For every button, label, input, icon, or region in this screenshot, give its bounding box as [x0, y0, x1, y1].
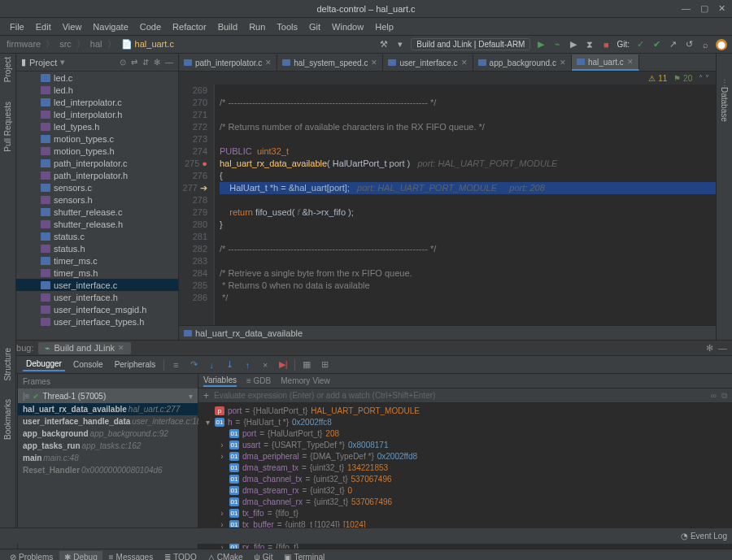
history-icon[interactable]: ↺	[683, 39, 695, 50]
menu-edit[interactable]: Edit	[31, 20, 56, 33]
minimize-icon[interactable]: —	[682, 3, 691, 14]
console-tab[interactable]: Console	[70, 358, 107, 371]
var-usart[interactable]: ›01 usart = {USART_TypeDef *} 0x8008171	[198, 439, 732, 450]
git-push-icon[interactable]: ↗	[667, 39, 678, 50]
run-config-selector[interactable]: Build and JLink | Default-ARM	[411, 38, 530, 50]
frame-main[interactable]: main main.c:48	[18, 452, 198, 464]
var-dma_stream_rx[interactable]: 01 dma_stream_rx = {uint32_t} 0	[198, 484, 732, 496]
peripherals-tab[interactable]: Peripherals	[111, 358, 159, 371]
file-timer_ms.h[interactable]: timer_ms.h	[16, 267, 178, 279]
stop-icon[interactable]: ■	[600, 39, 612, 50]
watch-input[interactable]: Evaluate expression (Enter) or add a wat…	[214, 391, 706, 400]
var-dma_peripheral[interactable]: ›01 dma_peripheral = {DMA_TypeDef *} 0x2…	[198, 450, 732, 462]
debug-icon[interactable]: ⌁	[551, 39, 563, 50]
step-over-icon[interactable]: ↷	[187, 359, 200, 370]
profile-icon[interactable]: ⧗	[584, 39, 595, 50]
breadcrumb-hal[interactable]: hal	[89, 39, 104, 49]
event-log-tab[interactable]: ◔ Event Log	[681, 532, 727, 540]
editor-code[interactable]: /* -------------------------------------…	[215, 85, 716, 325]
close-tab-icon[interactable]: ✕	[371, 59, 377, 67]
tab-hal_uart.c[interactable]: hal_uart.c✕	[572, 54, 639, 71]
force-step-icon[interactable]: ⤓	[223, 359, 236, 370]
tool-structure[interactable]: Structure	[3, 348, 12, 381]
dropdown-icon[interactable]: ▾	[394, 39, 406, 50]
evaluate-icon[interactable]: ▦	[300, 359, 313, 370]
expand-icon[interactable]: ⇄	[131, 58, 137, 67]
disclosure-icon[interactable]: ›	[218, 509, 226, 518]
project-view-dropdown-icon[interactable]: ▾	[60, 57, 65, 67]
menu-build[interactable]: Build	[213, 20, 242, 33]
file-user_interface_types.h[interactable]: user_interface_types.h	[16, 315, 178, 328]
step-out-icon[interactable]: ↑	[241, 360, 254, 370]
breadcrumb-src[interactable]: src	[58, 39, 73, 49]
locate-icon[interactable]: ⊙	[120, 58, 126, 67]
file-timer_ms.c[interactable]: timer_ms.c	[16, 254, 178, 267]
hide-icon[interactable]: —	[165, 58, 173, 67]
chevron-up-down-icon[interactable]: ˄ ˅	[699, 74, 709, 83]
breadcrumb-firmware[interactable]: firmware	[5, 39, 42, 49]
var-port[interactable]: p port = {HalUartPort_t} HAL_UART_PORT_M…	[198, 405, 732, 416]
bottom-tab-messages[interactable]: ≡Messages	[104, 551, 158, 560]
tool-settings-icon[interactable]: ✻	[706, 343, 713, 354]
file-shutter_release.h[interactable]: shutter_release.h	[16, 218, 178, 230]
file-led_interpolator.c[interactable]: led_interpolator.c	[16, 96, 178, 108]
threads-icon[interactable]: ≡	[169, 360, 182, 370]
thread-selector[interactable]: |≡ ✔ Thread-1 (57005) ▾	[18, 389, 198, 403]
file-path_interpolator.c[interactable]: path_interpolator.c	[16, 157, 178, 169]
step-into-icon[interactable]: ↓	[205, 360, 218, 370]
close-tab-icon[interactable]: ✕	[560, 59, 566, 67]
file-led_types.h[interactable]: led_types.h	[16, 120, 178, 132]
var-dma_channel_rx[interactable]: 01 dma_channel_rx = {uint32_t} 537067496	[198, 496, 732, 507]
var-port[interactable]: 01 port = {HalUartPort_t} 208	[198, 428, 732, 439]
gear-icon[interactable]: ✻	[154, 58, 160, 67]
frame-app_tasks_run[interactable]: app_tasks_run app_tasks.c:162	[18, 440, 198, 452]
bottom-tab-debug[interactable]: ✱Debug	[59, 551, 102, 560]
bottom-tab-problems[interactable]: ⊘Problems	[5, 551, 58, 560]
weak-warning-count[interactable]: ⚑ 20	[673, 74, 692, 83]
bottom-tab-cmake[interactable]: △CMake	[203, 551, 248, 560]
close-tab-icon[interactable]: ✕	[627, 58, 634, 66]
var-h[interactable]: ▾01 h = {HalUart_t *} 0x2002ffc8	[198, 416, 732, 428]
tool-project[interactable]: Project	[3, 57, 12, 82]
bottom-tab-terminal[interactable]: ▣Terminal	[279, 551, 329, 560]
close-icon[interactable]: ✕	[718, 3, 725, 14]
hammer-icon[interactable]: ⚒	[378, 39, 390, 50]
file-led.c[interactable]: led.c	[16, 72, 178, 84]
git-update-icon[interactable]: ✓	[634, 39, 646, 50]
bottom-tab-git[interactable]: ψGit	[250, 551, 278, 560]
frame-app_background[interactable]: app_background app_background.c:92	[18, 428, 198, 440]
project-tree[interactable]: led.cled.hled_interpolator.cled_interpol…	[16, 72, 178, 340]
search-icon[interactable]: ⌕	[699, 39, 711, 50]
coverage-icon[interactable]: ▶	[568, 39, 579, 50]
file-motion_types.c[interactable]: motion_types.c	[16, 132, 178, 145]
watch-glasses-icon[interactable]: ∞	[711, 391, 717, 400]
thread-dropdown-icon[interactable]: ▾	[189, 392, 193, 401]
close-tab-icon[interactable]: ✕	[461, 59, 468, 67]
debug-session-tab[interactable]: ⌁ Build and JLink ✕	[38, 342, 131, 354]
menu-view[interactable]: View	[58, 20, 87, 33]
menu-code[interactable]: Code	[135, 20, 166, 33]
breadcrumb-hal_uart.c[interactable]: 📄 hal_uart.c	[120, 39, 176, 49]
file-led.h[interactable]: led.h	[16, 84, 178, 96]
frame-user_interface_handle_data[interactable]: user_interface_handle_data user_interfac…	[18, 415, 198, 428]
var-dma_channel_tx[interactable]: 01 dma_channel_tx = {uint32_t} 537067496	[198, 473, 732, 484]
disclosure-icon[interactable]: ▾	[203, 418, 211, 427]
file-user_interface.c[interactable]: user_interface.c	[16, 279, 178, 291]
tab-user_interface.c[interactable]: user_interface.c✕	[383, 54, 473, 71]
editor-gutter[interactable]: 269270271272273274275 ●276277 ➔278279280…	[179, 85, 215, 325]
bottom-tab-todo[interactable]: ≣TODO	[159, 551, 202, 560]
close-session-icon[interactable]: ✕	[118, 344, 124, 352]
debugger-tab[interactable]: Debugger	[23, 358, 65, 371]
gdb-tab[interactable]: ≡ GDB	[246, 376, 271, 385]
menu-navigate[interactable]: Navigate	[88, 20, 133, 33]
run-to-cursor-icon[interactable]: ▶|	[277, 359, 290, 370]
collapse-icon[interactable]: ⇵	[142, 58, 149, 67]
trace-icon[interactable]: ⊞	[318, 359, 331, 370]
frame-Reset_Handler[interactable]: Reset_Handler 0x00000000080104d6	[18, 464, 198, 476]
file-led_interpolator.h[interactable]: led_interpolator.h	[16, 108, 178, 120]
warning-count[interactable]: ⚠ 11	[648, 74, 667, 83]
menu-file[interactable]: File	[5, 20, 29, 33]
tool-pull-requests[interactable]: Pull Requests	[3, 102, 12, 152]
drop-frame-icon[interactable]: ×	[259, 360, 272, 370]
tab-app_background.c[interactable]: app_background.c✕	[473, 54, 572, 71]
